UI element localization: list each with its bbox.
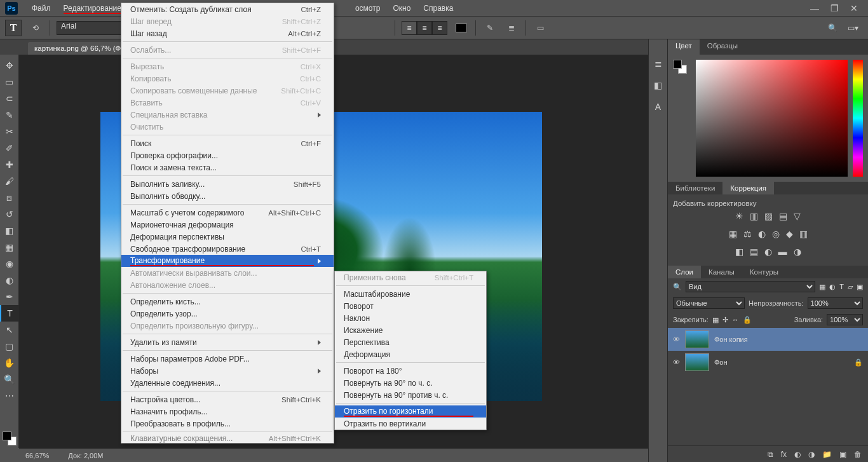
hue-icon[interactable]: ▦ — [729, 229, 737, 239]
layer-thumbnail[interactable] — [685, 330, 709, 348]
move-tool-icon[interactable]: ✥ — [0, 57, 18, 74]
hand-tool-icon[interactable]: ✋ — [0, 355, 18, 371]
menu-item[interactable]: Свободное трансформированиеCtrl+T — [121, 243, 334, 255]
vibrance-icon[interactable]: ▽ — [794, 211, 801, 221]
zoom-tool-icon[interactable]: 🔍 — [0, 371, 18, 388]
layer-name[interactable]: Фон копия — [714, 336, 748, 343]
warp-text-icon[interactable]: ✎ — [482, 21, 498, 35]
invert-icon[interactable]: ◧ — [735, 247, 743, 257]
active-tool-preview[interactable]: T — [5, 20, 22, 36]
visibility-icon[interactable]: 👁 — [673, 336, 680, 343]
color-panel-swatch[interactable] — [673, 60, 691, 177]
submenu-item[interactable]: Наклон — [335, 312, 486, 324]
menu-item[interactable]: Проверка орфографии... — [121, 149, 334, 161]
pen-tool-icon[interactable]: ✒ — [0, 289, 18, 305]
menu-item[interactable]: Выполнить обводку... — [121, 190, 334, 202]
gradient-map-icon[interactable]: ▬ — [778, 247, 787, 257]
submenu-item[interactable]: Масштабирование — [335, 288, 486, 300]
marquee-tool-icon[interactable]: ▭ — [0, 74, 18, 90]
minimize-icon[interactable]: — — [810, 3, 819, 13]
submenu-item[interactable]: Повернуть на 90° по ч. с. — [335, 377, 486, 389]
stamp-tool-icon[interactable]: ⧈ — [0, 189, 18, 206]
brightness-icon[interactable]: ☀ — [735, 211, 743, 221]
rectangle-tool-icon[interactable]: ▢ — [0, 338, 18, 355]
path-select-tool-icon[interactable]: ↖ — [0, 322, 18, 338]
layer-row[interactable]: 👁 Фон копия — [668, 328, 868, 351]
lock-position-icon[interactable]: ✢ — [722, 316, 728, 324]
blend-mode-select[interactable]: Обычные — [673, 297, 745, 309]
curves-icon[interactable]: ▨ — [764, 211, 773, 221]
filter-shape-icon[interactable]: ▱ — [848, 283, 853, 291]
search-icon[interactable]: 🔍 — [825, 21, 840, 35]
submenu-item[interactable]: Поворот — [335, 300, 486, 312]
orientation-icon[interactable]: ⟲ — [28, 21, 43, 35]
lock-pixels-icon[interactable]: ▦ — [712, 316, 719, 324]
3d-icon[interactable]: ▭ — [532, 21, 548, 35]
menu-item[interactable]: Удалить из памяти — [121, 336, 334, 348]
doc-size[interactable]: Док: 2,00M — [68, 452, 103, 459]
group-icon[interactable]: 📁 — [822, 450, 832, 459]
photo-filter-icon[interactable]: ◎ — [772, 229, 780, 239]
lock-artboard-icon[interactable]: ↔ — [732, 316, 739, 323]
close-icon[interactable]: ✕ — [850, 3, 858, 13]
filter-smart-icon[interactable]: ▣ — [857, 283, 863, 291]
menu-item[interactable]: Отменить: Создать дубликат слояCtrl+Z — [121, 3, 334, 15]
menu-item[interactable]: Масштаб с учетом содержимогоAlt+Shift+Ct… — [121, 207, 334, 219]
menu-view[interactable]: осмотр — [349, 1, 387, 15]
properties-dock-icon[interactable]: ◧ — [654, 80, 662, 90]
submenu-item[interactable]: Поворот на 180° — [335, 365, 486, 377]
balance-icon[interactable]: ⚖ — [743, 229, 752, 239]
history-dock-icon[interactable]: ≣ — [654, 58, 662, 69]
trash-icon[interactable]: 🗑 — [854, 450, 862, 459]
menu-item[interactable]: Настройка цветов...Shift+Ctrl+K — [121, 393, 334, 405]
menu-item[interactable]: Поиск и замена текста... — [121, 161, 334, 173]
document-tab[interactable]: картинка.png @ 66,7% (Ф — [28, 42, 127, 55]
char-panel-icon[interactable]: ≣ — [504, 21, 519, 35]
quick-select-tool-icon[interactable]: ✎ — [0, 107, 18, 123]
filter-type-icon[interactable]: T — [839, 283, 844, 290]
menu-edit[interactable]: Редактирование — [57, 1, 128, 15]
tab-layers[interactable]: Слои — [668, 266, 701, 278]
menu-file[interactable]: Файл — [25, 1, 57, 15]
menu-item[interactable]: Шаг назадAlt+Ctrl+Z — [121, 27, 334, 39]
layer-filter-select[interactable]: Вид — [686, 281, 815, 292]
menu-item[interactable]: Деформация перспективы — [121, 231, 334, 243]
color-swatches[interactable] — [0, 429, 18, 448]
crop-tool-icon[interactable]: ✂ — [0, 123, 18, 140]
lasso-tool-icon[interactable]: ⊂ — [0, 90, 18, 107]
fill-select[interactable]: 100% — [827, 314, 863, 325]
dodge-tool-icon[interactable]: ◐ — [0, 272, 18, 289]
history-brush-tool-icon[interactable]: ↺ — [0, 206, 18, 222]
menu-item[interactable]: Выполнить заливку...Shift+F5 — [121, 178, 334, 190]
color-field[interactable] — [696, 60, 848, 177]
menu-item[interactable]: Трансформирование — [121, 255, 334, 267]
fx-icon[interactable]: fx — [781, 450, 787, 459]
lock-all-icon[interactable]: 🔒 — [743, 316, 752, 324]
selective-color-icon[interactable]: ◑ — [794, 247, 801, 257]
blur-tool-icon[interactable]: ◉ — [0, 255, 18, 272]
mask-icon[interactable]: ◐ — [794, 450, 801, 459]
bw-icon[interactable]: ◐ — [758, 229, 766, 239]
menu-item[interactable]: Назначить профиль... — [121, 405, 334, 418]
menu-item[interactable]: Определить узор... — [121, 308, 334, 320]
menu-item[interactable]: Наборы — [121, 365, 334, 377]
zoom-value[interactable]: 66,67% — [25, 452, 49, 459]
workspace-icon[interactable]: ▭▾ — [845, 21, 860, 35]
layer-thumbnail[interactable] — [685, 353, 709, 371]
menu-item[interactable]: Преобразовать в профиль... — [121, 418, 334, 430]
link-layers-icon[interactable]: ⧉ — [768, 450, 773, 459]
type-tool-icon[interactable]: T — [0, 305, 18, 322]
align-right-button[interactable]: ≡ — [432, 21, 447, 35]
opacity-select[interactable]: 100% — [808, 297, 863, 309]
menu-item[interactable]: Определить кисть... — [121, 296, 334, 308]
gradient-tool-icon[interactable]: ▦ — [0, 239, 18, 255]
align-center-button[interactable]: ≡ — [417, 21, 432, 35]
menu-item[interactable]: Наборы параметров Adobe PDF... — [121, 353, 334, 365]
healing-tool-icon[interactable]: ✚ — [0, 156, 18, 173]
align-left-button[interactable]: ≡ — [402, 21, 417, 35]
visibility-icon[interactable]: 👁 — [673, 358, 680, 366]
character-dock-icon[interactable]: A — [655, 102, 661, 112]
eyedropper-tool-icon[interactable]: ✐ — [0, 140, 18, 156]
eraser-tool-icon[interactable]: ◧ — [0, 222, 18, 239]
submenu-item[interactable]: Искажение — [335, 324, 486, 336]
